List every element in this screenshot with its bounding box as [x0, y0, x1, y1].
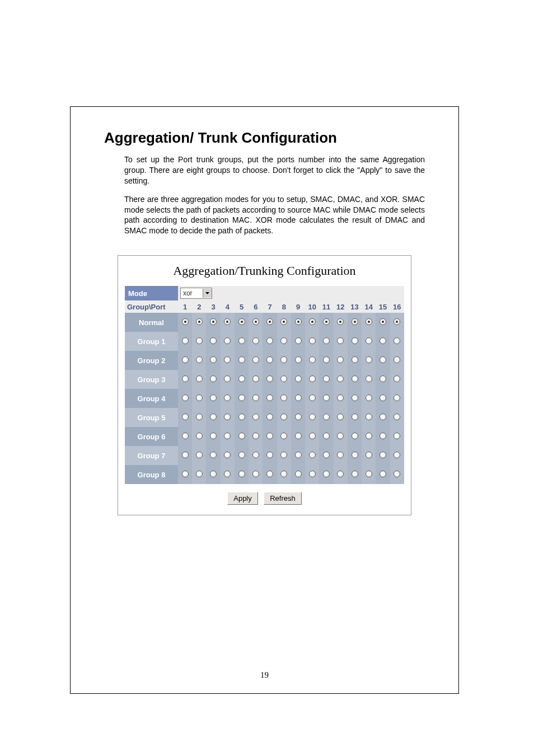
radio-button[interactable] [252, 356, 259, 363]
radio-button[interactable] [224, 414, 231, 420]
radio-button[interactable] [280, 337, 287, 344]
radio-button[interactable] [210, 395, 217, 401]
radio-button[interactable] [309, 318, 316, 325]
radio-button[interactable] [337, 356, 344, 363]
radio-button[interactable] [295, 471, 302, 477]
radio-button[interactable] [337, 337, 344, 344]
radio-button[interactable] [352, 337, 358, 344]
radio-button[interactable] [224, 433, 231, 439]
radio-button[interactable] [238, 356, 245, 363]
radio-button[interactable] [224, 318, 231, 325]
radio-button[interactable] [380, 318, 386, 325]
radio-button[interactable] [224, 395, 231, 401]
radio-button[interactable] [266, 337, 273, 344]
radio-button[interactable] [337, 433, 344, 439]
radio-button[interactable] [210, 337, 217, 344]
radio-button[interactable] [323, 318, 330, 325]
radio-button[interactable] [196, 375, 203, 382]
radio-button[interactable] [252, 337, 259, 344]
radio-button[interactable] [366, 337, 372, 344]
radio-button[interactable] [337, 452, 344, 458]
radio-button[interactable] [238, 452, 245, 458]
refresh-button[interactable]: Refresh [264, 492, 302, 505]
radio-button[interactable] [380, 452, 386, 458]
radio-button[interactable] [252, 471, 259, 477]
radio-button[interactable] [295, 337, 302, 344]
radio-button[interactable] [210, 452, 217, 458]
radio-button[interactable] [182, 452, 189, 458]
radio-button[interactable] [210, 433, 217, 439]
mode-select[interactable]: xor [180, 288, 212, 299]
radio-button[interactable] [280, 356, 287, 363]
radio-button[interactable] [266, 375, 273, 382]
radio-button[interactable] [352, 433, 358, 439]
radio-button[interactable] [266, 414, 273, 420]
radio-button[interactable] [394, 452, 400, 458]
radio-button[interactable] [252, 433, 259, 439]
radio-button[interactable] [182, 433, 189, 439]
radio-button[interactable] [238, 433, 245, 439]
radio-button[interactable] [252, 395, 259, 401]
radio-button[interactable] [309, 395, 316, 401]
radio-button[interactable] [224, 356, 231, 363]
radio-button[interactable] [280, 471, 287, 477]
radio-button[interactable] [394, 395, 400, 401]
radio-button[interactable] [280, 414, 287, 420]
radio-button[interactable] [309, 356, 316, 363]
radio-button[interactable] [352, 414, 358, 420]
radio-button[interactable] [337, 318, 344, 325]
radio-button[interactable] [323, 452, 330, 458]
radio-button[interactable] [323, 433, 330, 439]
radio-button[interactable] [182, 471, 189, 477]
radio-button[interactable] [182, 414, 189, 420]
radio-button[interactable] [352, 395, 358, 401]
radio-button[interactable] [224, 375, 231, 382]
radio-button[interactable] [394, 375, 400, 382]
radio-button[interactable] [295, 452, 302, 458]
radio-button[interactable] [337, 395, 344, 401]
radio-button[interactable] [196, 452, 203, 458]
radio-button[interactable] [295, 318, 302, 325]
radio-button[interactable] [394, 471, 400, 477]
radio-button[interactable] [380, 471, 386, 477]
radio-button[interactable] [394, 414, 400, 420]
radio-button[interactable] [366, 452, 372, 458]
radio-button[interactable] [295, 433, 302, 439]
radio-button[interactable] [323, 337, 330, 344]
radio-button[interactable] [380, 414, 386, 420]
radio-button[interactable] [337, 375, 344, 382]
radio-button[interactable] [196, 471, 203, 477]
radio-button[interactable] [266, 395, 273, 401]
radio-button[interactable] [252, 318, 259, 325]
radio-button[interactable] [380, 375, 386, 382]
radio-button[interactable] [182, 395, 189, 401]
radio-button[interactable] [252, 375, 259, 382]
radio-button[interactable] [238, 414, 245, 420]
radio-button[interactable] [210, 356, 217, 363]
radio-button[interactable] [394, 433, 400, 439]
radio-button[interactable] [337, 471, 344, 477]
radio-button[interactable] [352, 452, 358, 458]
radio-button[interactable] [182, 318, 189, 325]
radio-button[interactable] [210, 318, 217, 325]
radio-button[interactable] [196, 433, 203, 439]
radio-button[interactable] [238, 375, 245, 382]
radio-button[interactable] [238, 337, 245, 344]
radio-button[interactable] [323, 395, 330, 401]
radio-button[interactable] [394, 337, 400, 344]
radio-button[interactable] [266, 471, 273, 477]
radio-button[interactable] [295, 395, 302, 401]
radio-button[interactable] [309, 433, 316, 439]
radio-button[interactable] [196, 356, 203, 363]
radio-button[interactable] [182, 356, 189, 363]
radio-button[interactable] [380, 356, 386, 363]
radio-button[interactable] [224, 471, 231, 477]
radio-button[interactable] [323, 414, 330, 420]
radio-button[interactable] [224, 337, 231, 344]
radio-button[interactable] [280, 395, 287, 401]
radio-button[interactable] [295, 356, 302, 363]
radio-button[interactable] [352, 318, 358, 325]
radio-button[interactable] [210, 471, 217, 477]
radio-button[interactable] [394, 318, 400, 325]
radio-button[interactable] [380, 337, 386, 344]
